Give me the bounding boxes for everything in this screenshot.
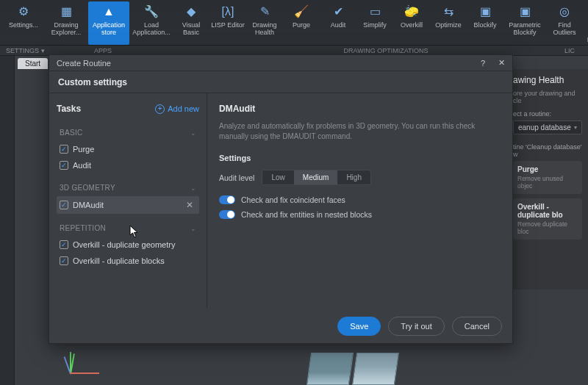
checkbox-icon[interactable]: ✓ bbox=[60, 240, 68, 249]
wrench-icon: 🔧 bbox=[143, 4, 159, 20]
ribbon-app-store[interactable]: ▲Application store bbox=[88, 1, 129, 45]
chevron-down-icon: ⌄ bbox=[190, 225, 196, 232]
toggle-coincident-faces-label: Check and fix coincident faces bbox=[241, 195, 345, 204]
plus-icon: + bbox=[155, 104, 165, 114]
audit-level-medium[interactable]: Medium bbox=[294, 170, 338, 184]
try-it-out-button[interactable]: Try it out bbox=[388, 317, 444, 336]
ribbon-lisp-editor[interactable]: [λ]LISP Editor bbox=[210, 1, 245, 45]
task-item-purge[interactable]: ✓Purge bbox=[57, 141, 199, 157]
toggle-nested-blocks[interactable] bbox=[219, 210, 235, 219]
dialog-subtitle: Custom settings bbox=[49, 71, 512, 93]
ribbon-group-licensing: LIC bbox=[559, 46, 588, 55]
panel-run-label: tine 'Cleanup database' w bbox=[513, 143, 582, 158]
health-icon: ✎ bbox=[257, 4, 273, 20]
simplify-icon: ▭ bbox=[367, 4, 383, 20]
broom-icon: 🧹 bbox=[293, 4, 309, 20]
dialog-title: Create Routine bbox=[57, 59, 111, 68]
tasks-heading: Tasks bbox=[57, 104, 81, 114]
task-item-audit[interactable]: ✓Audit bbox=[57, 157, 199, 173]
ribbon-audit[interactable]: ✔Audit bbox=[320, 1, 356, 45]
task-item-overkill-blocks[interactable]: ✓Overkill - duplicate blocks bbox=[57, 253, 199, 269]
ribbon-purge[interactable]: 🧹Purge bbox=[284, 1, 319, 45]
panel-select-label: ect a routine: bbox=[513, 110, 582, 118]
task-item-overkill-geometry[interactable]: ✓Overkill - duplicate geometry bbox=[57, 237, 199, 253]
blockify-icon: ▣ bbox=[477, 4, 493, 20]
ribbon-blockify[interactable]: ▣Blockify bbox=[467, 1, 503, 45]
audit-level-label: Audit level bbox=[219, 173, 254, 182]
optimize-icon: ⇆ bbox=[440, 4, 456, 20]
gear-icon: ⚙ bbox=[15, 4, 32, 20]
task-item-dmaudit[interactable]: ✓DMAudit ✕ bbox=[57, 196, 199, 214]
close-button[interactable]: ✕ bbox=[498, 58, 505, 68]
ribbon-delete-unused-params[interactable]: ✖Delete Unused Parameters bbox=[584, 1, 588, 45]
save-button[interactable]: Save bbox=[337, 317, 381, 336]
checkbox-icon[interactable]: ✓ bbox=[60, 201, 68, 209]
store-icon: ▲ bbox=[101, 4, 117, 20]
section-3d-geometry[interactable]: 3D GEOMETRY⌄ bbox=[57, 179, 199, 196]
check-icon: ✔ bbox=[330, 4, 346, 20]
vb-icon: ◆ bbox=[183, 4, 199, 20]
left-strip-top bbox=[0, 56, 15, 69]
ribbon-parametric-blockify[interactable]: ▣Parametric Blockify bbox=[504, 1, 545, 45]
toggle-coincident-faces[interactable] bbox=[219, 195, 235, 204]
axis-gizmo[interactable] bbox=[66, 341, 110, 378]
ribbon-find-outliers[interactable]: ◎Find Outliers bbox=[547, 1, 582, 45]
param-blockify-icon: ▣ bbox=[517, 4, 533, 20]
detail-description: Analyze and automatically fix problems i… bbox=[219, 121, 501, 142]
panel-subtitle: ore your drawing and cle bbox=[513, 90, 582, 104]
tab-start[interactable]: Start bbox=[18, 58, 48, 69]
section-repetition[interactable]: REPETITION⌄ bbox=[57, 220, 199, 237]
dialog-footer: Save Try it out Cancel bbox=[49, 308, 512, 343]
section-basic[interactable]: BASIC⌄ bbox=[57, 124, 199, 141]
outliers-icon: ◎ bbox=[556, 4, 573, 20]
chevron-down-icon: ⌄ bbox=[190, 184, 196, 192]
dialog-titlebar: Create Routine ? ✕ bbox=[49, 55, 512, 71]
toggle-nested-blocks-label: Check and fix entities in nested blocks bbox=[241, 210, 372, 219]
audit-level-segmented: Low Medium High bbox=[262, 170, 371, 185]
cancel-button[interactable]: Cancel bbox=[452, 317, 502, 336]
checkbox-icon[interactable]: ✓ bbox=[60, 161, 68, 170]
drawing-health-panel: awing Health ore your drawing and cle ec… bbox=[507, 69, 588, 289]
toggle-nested-blocks-row: Check and fix entities in nested blocks bbox=[219, 210, 501, 219]
detail-title: DMAudit bbox=[219, 104, 501, 114]
ribbon-visual-basic[interactable]: ◆Visual Basic bbox=[173, 1, 209, 45]
ribbon-simplify[interactable]: ▭Simplify bbox=[357, 1, 392, 45]
ribbon-drawing-explorer[interactable]: ▦Drawing Explorer... bbox=[46, 1, 87, 45]
toggle-coincident-faces-row: Check and fix coincident faces bbox=[219, 195, 501, 204]
ribbon-optimize[interactable]: ⇆Optimize bbox=[431, 1, 466, 45]
panel-title: awing Health bbox=[513, 75, 582, 85]
lisp-icon: [λ] bbox=[220, 4, 236, 20]
audit-level-high[interactable]: High bbox=[337, 170, 370, 184]
routine-dropdown[interactable]: eanup database bbox=[513, 120, 582, 134]
checkbox-icon[interactable]: ✓ bbox=[60, 145, 68, 154]
ribbon-toolbar: ⚙Settings... ▦Drawing Explorer... ▲Appli… bbox=[0, 0, 588, 46]
routine-card-purge[interactable]: PurgeRemove unused objec bbox=[513, 161, 582, 194]
ribbon-load-app[interactable]: 🔧Load Application... bbox=[131, 1, 172, 45]
model-preview bbox=[309, 353, 397, 385]
ribbon-overkill[interactable]: 🧽Overkill bbox=[394, 1, 429, 45]
overkill-icon: 🧽 bbox=[404, 4, 420, 20]
checkbox-icon[interactable]: ✓ bbox=[60, 256, 68, 265]
remove-task-button[interactable]: ✕ bbox=[183, 200, 196, 210]
add-new-task-button[interactable]: + Add new bbox=[155, 104, 199, 114]
chevron-down-icon: ⌄ bbox=[190, 129, 196, 137]
grid-icon: ▦ bbox=[58, 4, 74, 20]
audit-level-low[interactable]: Low bbox=[262, 170, 293, 184]
task-detail-panel: DMAudit Analyze and automatically fix pr… bbox=[207, 93, 512, 308]
create-routine-dialog: Create Routine ? ✕ Custom settings Tasks… bbox=[49, 54, 513, 344]
ribbon-drawing-health[interactable]: ✎Drawing Health bbox=[247, 1, 282, 45]
left-strip bbox=[0, 69, 15, 385]
routine-card-overkill[interactable]: Overkill - duplicate bloRemove duplicate… bbox=[513, 198, 582, 240]
settings-heading: Settings bbox=[219, 154, 501, 162]
ribbon-settings[interactable]: ⚙Settings... bbox=[3, 1, 44, 45]
tasks-panel: Tasks + Add new BASIC⌄ ✓Purge ✓Audit 3D … bbox=[49, 93, 207, 308]
help-button[interactable]: ? bbox=[481, 59, 485, 68]
